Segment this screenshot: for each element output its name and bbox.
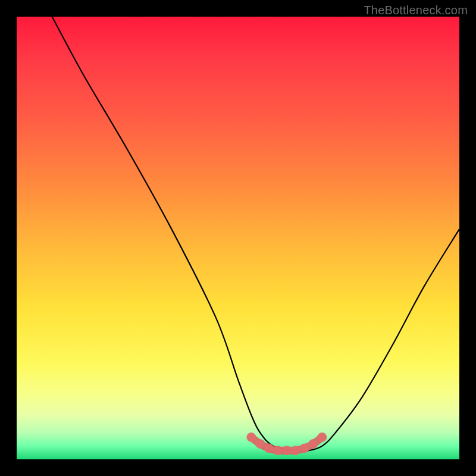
watermark-text: TheBottleneck.com [364,4,468,17]
highlight-dot [300,443,309,453]
plot-area [17,17,459,459]
chart-frame: TheBottleneck.com [0,0,476,476]
highlight-dot [282,446,292,455]
highlight-dot [317,433,327,442]
highlight-dot [255,439,265,449]
bottleneck-curve [52,17,459,451]
highlight-dots [246,433,327,455]
chart-svg [17,17,459,459]
highlight-dot [273,446,283,455]
highlight-dot [246,433,256,442]
highlight-dot [308,439,318,449]
highlight-dot [291,446,300,455]
highlight-dot [264,443,274,453]
